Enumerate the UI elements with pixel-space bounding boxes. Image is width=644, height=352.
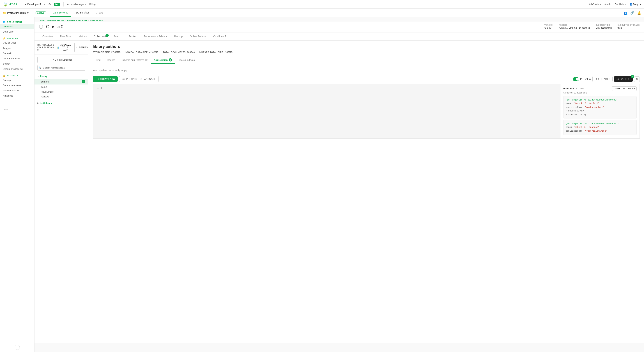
sub-tab-find[interactable]: Find (93, 57, 104, 64)
sidebar-item-dbaccess[interactable]: Database Access (0, 83, 34, 88)
sidebar-item-networkaccess[interactable]: Network Access (0, 88, 34, 93)
sub-tab-schema[interactable]: Schema Anti-Patterns i (118, 57, 151, 64)
db-list-panel: DATABASES: 2 COLLECTIONS: 9 📊 VISUALIZE … (34, 41, 88, 343)
user-management-button[interactable]: 👥 (624, 11, 628, 15)
collection-row-authors[interactable]: authors 2 (34, 79, 88, 85)
sidebar-item-goto[interactable]: Goto (0, 107, 34, 112)
project-selector[interactable]: 📁 Project Phoenix ▾ (3, 12, 28, 14)
sub-tab-aggregation[interactable]: Aggregation 3 (151, 57, 176, 64)
sidebar-item-advanced[interactable]: Advanced (0, 93, 34, 98)
text-mode-button[interactable]: </> </> TEXT 4 (614, 76, 633, 82)
stages-icon: { } (595, 78, 597, 80)
collection-row-books[interactable]: books (34, 85, 88, 89)
db-row-library[interactable]: ▼ library (34, 74, 88, 79)
logo-area[interactable]: 🍃 Atlas (3, 2, 17, 7)
breadcrumb-sep-1: › (88, 20, 89, 22)
pipeline-area: Your pipeline is currently empty. + + CR… (93, 64, 640, 142)
sidebar-item-backup[interactable]: Backup (0, 78, 34, 83)
tab-search[interactable]: Search (110, 33, 125, 41)
breadcrumb-part-1[interactable]: PROJECT PHOENIX (67, 20, 87, 22)
search-namespaces-wrap: 🔍 (34, 65, 88, 73)
export-to-language-button[interactable]: </> ⊞ EXPORT TO LANGUAGE (119, 76, 158, 82)
all-clusters-link[interactable]: All Clusters (589, 3, 601, 6)
pipeline-settings-button[interactable]: ⚙ (634, 76, 640, 82)
create-db-label: + Create Database (53, 59, 72, 61)
tab-overview[interactable]: Overview (39, 33, 56, 41)
refresh-button[interactable]: ↻ REFRESH (74, 43, 88, 52)
tab-collections-label: Collections (94, 35, 106, 38)
doc-1-line-2: sanitizedName: "robertilenardon" (566, 129, 634, 133)
collection-name-authors: authors (41, 80, 49, 83)
access-manager-chevron-icon: ▾ (85, 3, 86, 6)
collection-row-reviews[interactable]: reviews (34, 94, 88, 99)
tab-realtime[interactable]: Real Time (56, 33, 75, 41)
visualize-data-button[interactable]: 📊 VISUALIZE YOUR DATA (54, 43, 73, 52)
sidebar-item-datalake[interactable]: Data Lake (0, 29, 34, 34)
create-new-stage-button[interactable]: + + CREATE NEW (93, 76, 118, 82)
logical-size-label: LOGICAL DATA SIZE: (125, 51, 148, 54)
sidebar-item-streamprocessing[interactable]: Stream Processing (0, 66, 34, 72)
create-database-button[interactable]: + + Create Database (38, 57, 85, 63)
preview-toggle-switch[interactable] (573, 77, 579, 81)
developer-relations-dropdown[interactable]: ⊞ Developer R... ▾ (24, 3, 45, 6)
breadcrumb-part-0[interactable]: DEVELOPER RELATIONS (39, 20, 64, 22)
top-navigation: 🍃 Atlas ⊞ Developer R... ▾ ⚙ OK Access M… (0, 0, 644, 9)
sidebar-item-datafederation[interactable]: Data Federation (0, 56, 34, 61)
export-label: ⊞ EXPORT TO LANGUAGE (126, 78, 156, 80)
sidebar-item-devicesync[interactable]: Device Sync (0, 40, 34, 46)
sub-tab-aggregation-badge: 3 (169, 58, 172, 62)
sidebar-item-dataapi[interactable]: Data API (0, 51, 34, 56)
tab-data-services[interactable]: Data Services (50, 9, 71, 17)
pipeline-toolbar: + + CREATE NEW </> ⊞ EXPORT TO LANGUAGE (93, 74, 640, 84)
sidebar: 🌐 DEPLOYMENT Database Data Lake ⚡ SERVIC… (0, 17, 34, 352)
user-avatar-icon: 👤 (630, 3, 632, 6)
output-doc-1: _id: ObjectId('64cc2db4830ba29148da4c3a'… (563, 120, 637, 135)
region-value: AWS N. Virginia (us-east-1) (559, 27, 590, 29)
sub-tab-indexes[interactable]: Indexes (104, 57, 118, 64)
tab-backup[interactable]: Backup (171, 33, 186, 41)
user-profile-dropdown[interactable]: 👤 Diego ▾ (630, 3, 641, 6)
admin-link[interactable]: Admin (604, 3, 611, 6)
project-tabs: Data Services App Services Charts (50, 9, 106, 17)
sub-tab-searchindexes[interactable]: Search Indexes (175, 57, 198, 64)
stages-button[interactable]: { } { } STAGES (592, 76, 612, 82)
tab-cmdline[interactable]: Cmd Line T... (210, 33, 232, 41)
active-status-badge: ACTIVE (36, 12, 46, 14)
pipeline-editor[interactable]: 1 [] (93, 84, 560, 138)
breadcrumb: DEVELOPER RELATIONS › PROJECT PHOENIX › … (34, 17, 644, 22)
settings-button[interactable]: ⚙ (48, 3, 51, 6)
tab-profiler[interactable]: Profiler (125, 33, 140, 41)
breadcrumb-part-2[interactable]: DATABASES (90, 20, 103, 22)
sidebar-dbaccess-label: Database Access (3, 84, 21, 87)
tab-onlinearchive[interactable]: Online Archive (186, 33, 210, 41)
output-header: PIPELINE OUTPUT OUTPUT OPTIONS ▾ (563, 87, 637, 91)
atlas-logo-text: Atlas (9, 2, 17, 6)
access-manager-nav[interactable]: Access Manager ▾ (67, 3, 86, 6)
search-namespaces-input[interactable] (38, 65, 85, 71)
tab-performanceadvisor[interactable]: Performance Advisor (140, 33, 171, 41)
refresh-icon: ↻ (76, 46, 78, 49)
toggle-knob (576, 78, 579, 81)
sidebar-item-database[interactable]: Database (0, 24, 34, 29)
db-row-testlibrary[interactable]: ▶ testLibrary (34, 101, 88, 106)
tab-charts[interactable]: Charts (93, 9, 106, 17)
breadcrumb-org-text: Developer R... (27, 3, 43, 6)
second-nav-actions: 👥 🔗 🔔 (624, 11, 641, 15)
billing-nav[interactable]: Billing (89, 3, 96, 6)
tab-collections[interactable]: Collections 1 (90, 33, 110, 41)
integrations-button[interactable]: 🔗 (630, 11, 634, 15)
sidebar-item-triggers[interactable]: Triggers (0, 46, 34, 51)
sidebar-item-search[interactable]: Search (0, 61, 34, 66)
content-area: DEVELOPER RELATIONS › PROJECT PHOENIX › … (34, 17, 644, 352)
notifications-button[interactable]: 🔔 (637, 11, 641, 15)
cluster-name: Cluster0 (46, 24, 64, 30)
tier-meta: CLUSTER TIER M10 (General) (596, 24, 612, 29)
sidebar-collapse-button[interactable]: ‹ (15, 345, 20, 350)
tab-app-services[interactable]: App Services (72, 9, 92, 17)
project-options-button[interactable]: ⋮ (30, 11, 34, 15)
search-ns-icon: 🔍 (38, 67, 41, 69)
collection-row-issuedetails[interactable]: issueDetails (34, 89, 88, 94)
tab-metrics[interactable]: Metrics (75, 33, 90, 41)
get-help-dropdown[interactable]: Get Help ▾ (615, 3, 626, 6)
output-options-button[interactable]: OUTPUT OPTIONS ▾ (612, 87, 637, 91)
